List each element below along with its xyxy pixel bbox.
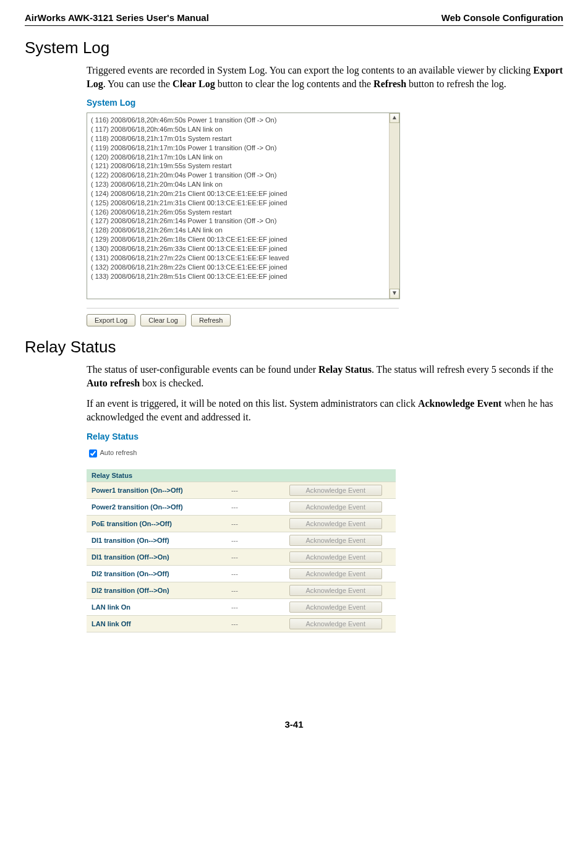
- log-scrollbar[interactable]: ▲ ▼: [389, 113, 399, 299]
- divider: [87, 308, 399, 309]
- event-status: ---: [226, 548, 275, 565]
- table-row: DI2 transition (Off-->On)---Acknowledge …: [87, 582, 396, 598]
- auto-refresh-checkbox[interactable]: [89, 449, 97, 457]
- acknowledge-event-button[interactable]: Acknowledge Event: [289, 501, 382, 513]
- event-name: DI2 transition (Off-->On): [87, 582, 226, 598]
- relay-status-paragraph2: If an event is triggered, it will be not…: [87, 397, 563, 423]
- table-row: LAN link On---Acknowledge Event: [87, 598, 396, 615]
- ack-cell: Acknowledge Event: [275, 615, 396, 632]
- event-name: DI1 transition (Off-->On): [87, 548, 226, 565]
- event-name: Power2 transition (On-->Off): [87, 498, 226, 515]
- acknowledge-event-button[interactable]: Acknowledge Event: [289, 585, 382, 596]
- ack-cell: Acknowledge Event: [275, 498, 396, 515]
- clear-log-button[interactable]: Clear Log: [140, 314, 186, 326]
- acknowledge-event-button[interactable]: Acknowledge Event: [289, 568, 382, 579]
- acknowledge-event-button[interactable]: Acknowledge Event: [289, 618, 382, 629]
- scroll-down-icon[interactable]: ▼: [390, 289, 399, 299]
- table-row: DI1 transition (On-->Off)---Acknowledge …: [87, 532, 396, 548]
- event-status: ---: [226, 532, 275, 548]
- panel-title-system-log: System Log: [87, 98, 563, 108]
- section-title-relay-status: Relay Status: [25, 338, 563, 357]
- ack-cell: Acknowledge Event: [275, 532, 396, 548]
- event-name: LAN link On: [87, 598, 226, 615]
- export-log-button[interactable]: Export Log: [87, 314, 135, 326]
- event-name: PoE transition (On-->Off): [87, 515, 226, 532]
- event-status: ---: [226, 615, 275, 632]
- table-row: PoE transition (On-->Off)---Acknowledge …: [87, 515, 396, 532]
- auto-refresh-label: Auto refresh: [100, 449, 137, 456]
- acknowledge-event-button[interactable]: Acknowledge Event: [289, 518, 382, 529]
- event-name: DI1 transition (On-->Off): [87, 532, 226, 548]
- event-status: ---: [226, 598, 275, 615]
- acknowledge-event-button[interactable]: Acknowledge Event: [289, 551, 382, 563]
- table-row: Power1 transition (On-->Off)---Acknowled…: [87, 482, 396, 498]
- page-number: 3-41: [25, 719, 563, 730]
- relay-status-table: Relay Status Power1 transition (On-->Off…: [87, 469, 396, 632]
- event-status: ---: [226, 565, 275, 582]
- table-row: Power2 transition (On-->Off)---Acknowled…: [87, 498, 396, 515]
- header-left: AirWorks AWK-3121 Series User's Manual: [25, 12, 209, 23]
- event-name: LAN link Off: [87, 615, 226, 632]
- ack-cell: Acknowledge Event: [275, 582, 396, 598]
- ack-cell: Acknowledge Event: [275, 598, 396, 615]
- relay-table-header: Relay Status: [87, 469, 396, 482]
- system-log-text: ( 116) 2008/06/18,20h:46m:50s Power 1 tr…: [87, 113, 389, 299]
- ack-cell: Acknowledge Event: [275, 565, 396, 582]
- event-status: ---: [226, 498, 275, 515]
- system-log-box: ( 116) 2008/06/18,20h:46m:50s Power 1 tr…: [87, 113, 400, 299]
- acknowledge-event-button[interactable]: Acknowledge Event: [289, 535, 382, 546]
- refresh-button[interactable]: Refresh: [191, 314, 231, 326]
- panel-title-relay-status: Relay Status: [87, 432, 563, 441]
- table-row: DI2 transition (On-->Off)---Acknowledge …: [87, 565, 396, 582]
- event-status: ---: [226, 515, 275, 532]
- event-name: Power1 transition (On-->Off): [87, 482, 226, 498]
- relay-status-paragraph1: The status of user-configurable events c…: [87, 363, 563, 389]
- section-title-system-log: System Log: [25, 38, 563, 57]
- ack-cell: Acknowledge Event: [275, 548, 396, 565]
- event-status: ---: [226, 582, 275, 598]
- table-row: LAN link Off---Acknowledge Event: [87, 615, 396, 632]
- table-row: DI1 transition (Off-->On)---Acknowledge …: [87, 548, 396, 565]
- ack-cell: Acknowledge Event: [275, 515, 396, 532]
- auto-refresh-row: Auto refresh: [87, 448, 563, 459]
- system-log-paragraph: Triggered events are recorded in System …: [87, 64, 563, 90]
- header-right: Web Console Configuration: [441, 12, 563, 23]
- page-header: AirWorks AWK-3121 Series User's Manual W…: [25, 12, 563, 26]
- ack-cell: Acknowledge Event: [275, 482, 396, 498]
- acknowledge-event-button[interactable]: Acknowledge Event: [289, 602, 382, 613]
- scroll-up-icon[interactable]: ▲: [390, 113, 399, 123]
- event-status: ---: [226, 482, 275, 498]
- acknowledge-event-button[interactable]: Acknowledge Event: [289, 485, 382, 496]
- event-name: DI2 transition (On-->Off): [87, 565, 226, 582]
